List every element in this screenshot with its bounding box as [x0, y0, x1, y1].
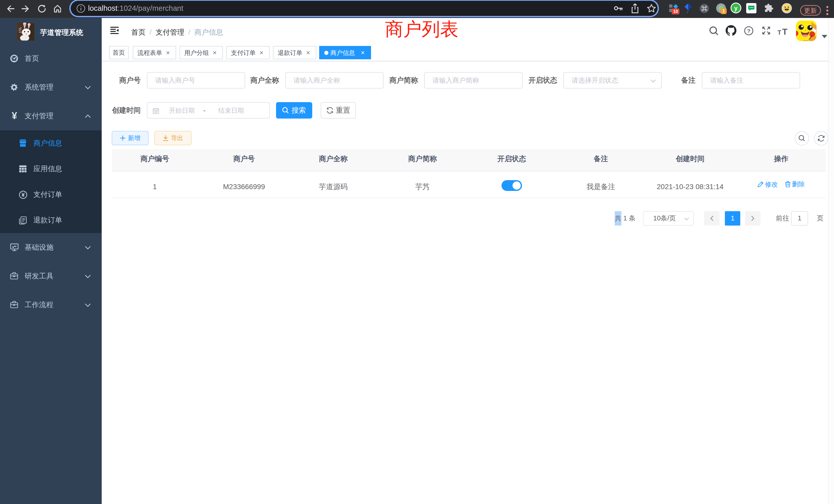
svg-text:¥: ¥ [12, 111, 17, 120]
svg-text:y: y [734, 5, 738, 12]
svg-text:?: ? [747, 28, 750, 34]
svg-text:T: T [777, 29, 781, 35]
svg-text:T: T [782, 27, 788, 35]
